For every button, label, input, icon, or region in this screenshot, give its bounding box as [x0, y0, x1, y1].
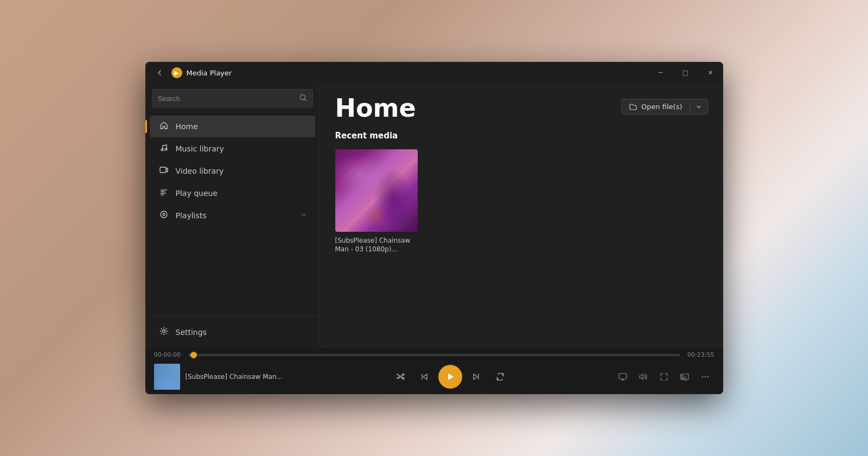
progress-bar-container: 00:00:00 00:23:55 [145, 348, 723, 359]
more-options-button[interactable] [696, 368, 714, 386]
content-body: Recent media [SubsPlease] Chainsaw Man -… [320, 126, 723, 348]
open-files-button[interactable]: Open file(s) [621, 99, 708, 115]
music-icon [158, 143, 169, 154]
next-button[interactable] [467, 367, 486, 387]
media-grid: [SubsPlease] Chainsaw Man - 03 (1080p)..… [335, 149, 708, 255]
display-button[interactable] [614, 368, 632, 386]
sidebar: Home Music library [145, 84, 320, 348]
sidebar-item-settings[interactable]: Settings [150, 321, 315, 343]
media-card[interactable]: [SubsPlease] Chainsaw Man - 03 (1080p)..… [335, 149, 418, 255]
window-controls: ─ □ ✕ [648, 62, 723, 84]
now-playing: [SubsPlease] Chainsaw Man... [154, 364, 295, 390]
progress-track[interactable] [189, 354, 680, 356]
svg-point-10 [163, 213, 165, 216]
svg-point-9 [161, 211, 167, 218]
media-label: [SubsPlease] Chainsaw Man - 03 (1080p)..… [335, 236, 418, 255]
now-playing-title: [SubsPlease] Chainsaw Man... [186, 373, 283, 381]
transport-controls [295, 365, 606, 389]
playlists-icon [158, 210, 169, 221]
svg-rect-12 [619, 373, 627, 379]
settings-label: Settings [176, 328, 207, 337]
cast-button[interactable] [675, 368, 694, 386]
right-controls [606, 368, 714, 386]
search-input[interactable] [158, 94, 299, 103]
repeat-button[interactable] [490, 367, 510, 387]
video-icon [158, 166, 169, 176]
title-bar-left: ▶ Media Player [145, 65, 648, 80]
search-icon[interactable] [299, 94, 307, 103]
chevron-down-icon [696, 104, 701, 110]
open-files-label: Open file(s) [641, 103, 682, 111]
back-button[interactable] [152, 65, 167, 80]
play-pause-button[interactable] [438, 365, 462, 389]
svg-line-1 [304, 99, 307, 101]
thumbnail-art [335, 149, 418, 232]
settings-icon [158, 327, 169, 338]
open-files-main-area[interactable]: Open file(s) [622, 99, 690, 114]
svg-point-2 [161, 149, 163, 151]
section-title: Recent media [335, 131, 708, 141]
media-thumbnail [335, 149, 418, 232]
progress-thumb[interactable] [190, 352, 197, 358]
close-button[interactable]: ✕ [698, 62, 723, 84]
current-time: 00:00:00 [154, 351, 182, 358]
sidebar-item-home[interactable]: Home [150, 116, 315, 137]
svg-point-3 [165, 148, 167, 150]
queue-icon [158, 188, 169, 199]
sidebar-item-label: Music library [176, 144, 224, 153]
content-area: Home Open file(s) Rec [320, 84, 723, 348]
shuffle-button[interactable] [391, 367, 410, 387]
page-title: Home [335, 94, 416, 122]
svg-point-18 [704, 376, 706, 378]
home-icon [158, 121, 169, 132]
svg-rect-4 [160, 167, 166, 173]
volume-button[interactable] [634, 368, 653, 386]
now-playing-thumbnail [154, 364, 180, 390]
search-box [152, 89, 313, 107]
app-icon: ▶ [171, 67, 182, 78]
svg-point-17 [701, 376, 703, 378]
sidebar-item-label: Home [176, 122, 198, 131]
open-files-dropdown[interactable] [690, 101, 707, 113]
total-time: 00:23:55 [686, 351, 714, 358]
title-bar: ▶ Media Player ─ □ ✕ [145, 62, 723, 84]
sidebar-item-label: Video library [176, 167, 224, 175]
folder-icon [629, 103, 637, 111]
minimize-button[interactable]: ─ [648, 62, 673, 84]
sidebar-item-label: Play queue [176, 189, 218, 198]
fullscreen-button[interactable] [655, 368, 673, 386]
sidebar-item-queue[interactable]: Play queue [150, 182, 315, 204]
sidebar-item-label: Playlists [176, 211, 207, 220]
maximize-button[interactable]: □ [673, 62, 698, 84]
sidebar-bottom: Settings [145, 316, 320, 348]
app-title: Media Player [187, 69, 232, 77]
player-controls: [SubsPlease] Chainsaw Man... [145, 359, 723, 394]
sidebar-item-music[interactable]: Music library [150, 138, 315, 160]
chevron-down-icon [301, 212, 307, 219]
main-content: Home Music library [145, 84, 723, 348]
player-bar: 00:00:00 00:23:55 [SubsPlease] Chainsaw … [145, 348, 723, 394]
content-header: Home Open file(s) [320, 84, 723, 126]
svg-point-19 [707, 376, 709, 378]
sidebar-item-video[interactable]: Video library [150, 160, 315, 182]
sidebar-item-playlists[interactable]: Playlists [150, 205, 315, 226]
previous-button[interactable] [414, 367, 434, 387]
svg-point-11 [162, 330, 165, 333]
nav-items: Home Music library [145, 113, 320, 316]
app-window: ▶ Media Player ─ □ ✕ [145, 62, 723, 394]
